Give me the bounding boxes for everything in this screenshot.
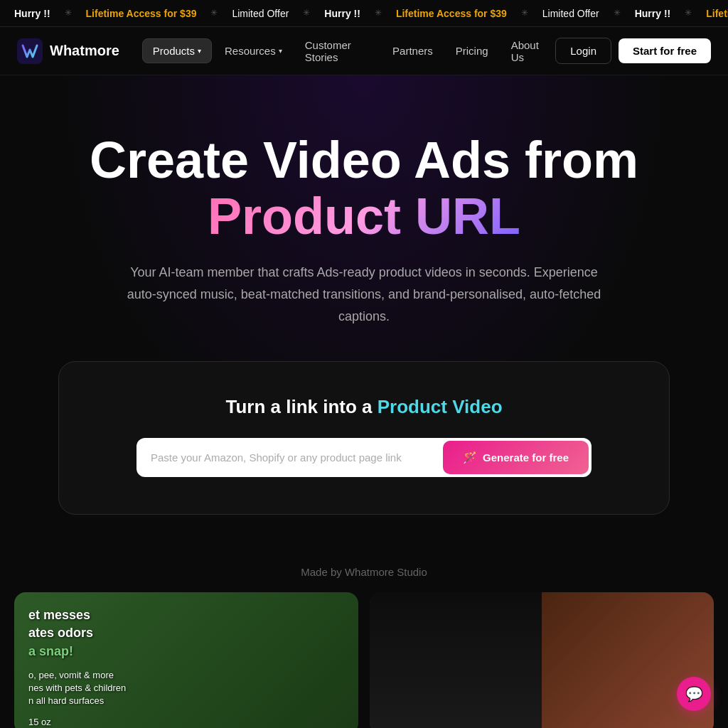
resources-chevron-icon: ▾: [279, 47, 282, 55]
video-left-content: et messes ates odors a snap! o, pee, vom…: [14, 592, 358, 728]
ticker-item-hurry-2: Hurry !!: [310, 8, 375, 19]
logo-link[interactable]: Whatmore: [17, 38, 119, 64]
cta-title: Turn a link into a Product Video: [82, 396, 646, 418]
logo-icon: [17, 38, 43, 64]
generate-button[interactable]: 🪄 Generate for free: [443, 441, 589, 474]
nav-customer-stories[interactable]: Customer Stories: [295, 33, 380, 69]
video-half-left: [370, 592, 542, 728]
hero-section: Create Video Ads from Product URL Your A…: [0, 75, 728, 543]
ticker-banner: Hurry !! ✳ Lifetime Access for $39 ✳ Lim…: [0, 0, 728, 27]
made-by-label: Made by Whatmore Studio: [0, 543, 728, 592]
video-card-left: et messes ates odors a snap! o, pee, vom…: [14, 592, 358, 728]
wand-icon: 🪄: [463, 451, 477, 464]
ticker-star-6: ✳: [614, 8, 621, 19]
ticker-item-lifetime-3: Lifetime Access for $39: [692, 8, 728, 19]
ticker-item-limited-1: Limited Offer: [218, 8, 303, 19]
start-free-button[interactable]: Start for free: [619, 38, 711, 63]
ticker-track: Hurry !! ✳ Lifetime Access for $39 ✳ Lim…: [0, 8, 728, 19]
ticker-item-hurry-1: Hurry !!: [0, 8, 65, 19]
chat-button[interactable]: 💬: [677, 677, 711, 711]
video-right-inner: [370, 592, 714, 728]
ticker-star-3: ✳: [303, 8, 310, 19]
nav-about-us[interactable]: About Us: [501, 33, 556, 69]
ticker-star-7: ✳: [685, 8, 692, 19]
headline-line-2: Product URL: [208, 188, 520, 245]
nav-actions: Login Start for free: [555, 38, 711, 64]
nav-pricing[interactable]: Pricing: [446, 39, 498, 63]
nav-products[interactable]: Products ▾: [142, 38, 212, 63]
ticker-star-1: ✳: [65, 8, 72, 19]
nav-partners[interactable]: Partners: [382, 39, 443, 63]
logo-text: Whatmore: [50, 43, 119, 59]
cta-title-prefix: Turn a link into a: [225, 396, 377, 417]
cta-title-highlight: Product Video: [378, 396, 503, 417]
ticker-item-hurry-3: Hurry !!: [621, 8, 685, 19]
ticker-item-limited-2: Limited Offer: [528, 8, 614, 19]
ticker-star-4: ✳: [375, 8, 382, 19]
cta-box: Turn a link into a Product Video 🪄 Gener…: [58, 361, 670, 515]
video-grid: et messes ates odors a snap! o, pee, vom…: [0, 592, 728, 728]
nav-links: Products ▾ Resources ▾ Customer Stories …: [142, 33, 555, 69]
hero-subtext: Your AI-team member that crafts Ads-read…: [115, 262, 613, 327]
cta-input-row: 🪄 Generate for free: [136, 438, 592, 477]
navbar: Whatmore Products ▾ Resources ▾ Customer…: [0, 27, 728, 75]
ticker-star-2: ✳: [210, 8, 218, 19]
nav-resources[interactable]: Resources ▾: [215, 39, 292, 63]
ticker-item-lifetime-1: Lifetime Access for $39: [72, 8, 211, 19]
video-card-right: [370, 592, 714, 728]
product-url-input[interactable]: [136, 438, 440, 477]
login-button[interactable]: Login: [555, 38, 611, 64]
generate-label: Generate for free: [483, 451, 569, 464]
ticker-star-5: ✳: [521, 8, 528, 19]
headline-line-1: Create Video Ads from: [90, 132, 638, 188]
chat-icon: 💬: [685, 685, 703, 702]
hero-headline: Create Video Ads from Product URL: [17, 132, 711, 245]
products-chevron-icon: ▾: [198, 47, 201, 55]
ticker-item-lifetime-2: Lifetime Access for $39: [382, 8, 521, 19]
